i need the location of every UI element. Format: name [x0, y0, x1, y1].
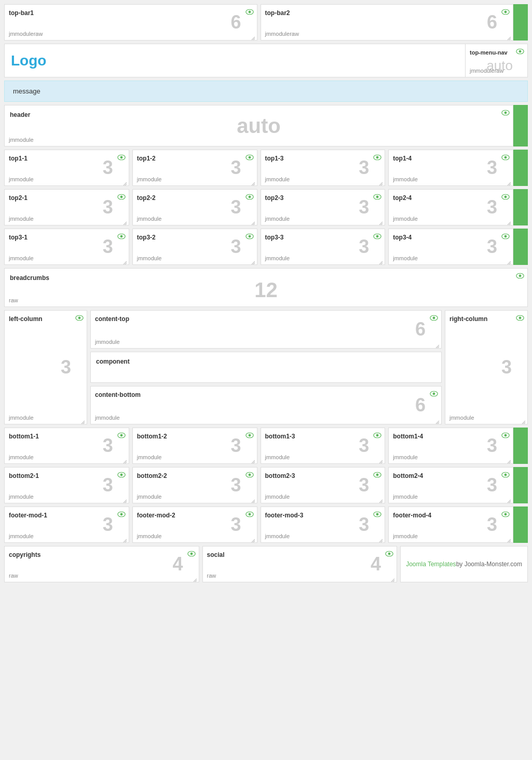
top-bar2-number: 6	[487, 11, 497, 33]
social-number: 4	[371, 553, 381, 575]
logo-area: Logo	[5, 44, 465, 77]
resize-handle[interactable]	[378, 219, 384, 224]
content-top-type: jmmodule	[95, 339, 120, 345]
eye-icon[interactable]	[245, 510, 254, 521]
eye-icon[interactable]	[373, 232, 381, 243]
eye-icon[interactable]	[501, 232, 510, 243]
top1-1-label: top1-1	[9, 155, 28, 162]
resize-handle[interactable]	[507, 497, 512, 502]
bottom2-side-btn[interactable]	[513, 467, 528, 503]
bottom2-1-type: jmmodule	[9, 494, 34, 500]
social-resize[interactable]	[390, 576, 395, 581]
eye-icon[interactable]	[373, 510, 381, 521]
bottom2-1-label: bottom2-1	[9, 472, 39, 479]
breadcrumbs-number: 12	[5, 278, 527, 302]
eye-icon[interactable]	[373, 193, 381, 203]
content-top-resize[interactable]	[435, 342, 440, 347]
eye-icon[interactable]	[117, 471, 126, 481]
resize-handle[interactable]	[378, 179, 384, 184]
copyrights-eye[interactable]	[187, 550, 196, 560]
eye-icon[interactable]	[117, 232, 126, 243]
top-menu-eye[interactable]	[516, 47, 524, 58]
eye-icon[interactable]	[501, 510, 510, 521]
eye-icon[interactable]	[117, 193, 126, 203]
resize-handle[interactable]	[122, 497, 128, 502]
top-bar1-eye[interactable]	[245, 8, 254, 18]
top3-row: top3-13jmmoduletop3-23jmmoduletop3-33jmm…	[4, 229, 513, 265]
top-bar1-resize[interactable]	[251, 34, 256, 39]
content-top-label: content-top	[95, 315, 129, 323]
resize-handle[interactable]	[251, 258, 256, 263]
resize-handle[interactable]	[507, 258, 512, 263]
top3-side-btn[interactable]	[513, 229, 528, 265]
content-bottom-eye[interactable]	[430, 390, 438, 400]
resize-handle[interactable]	[251, 179, 256, 184]
resize-handle[interactable]	[251, 497, 256, 502]
eye-icon[interactable]	[501, 431, 510, 442]
resize-handle[interactable]	[507, 219, 512, 224]
resize-handle[interactable]	[378, 457, 384, 462]
left-column-resize[interactable]	[80, 418, 86, 423]
header-label: header	[10, 111, 30, 118]
footer-mod-3-number: 3	[359, 514, 369, 536]
eye-icon[interactable]	[117, 510, 126, 521]
resize-handle[interactable]	[507, 536, 512, 541]
eye-icon[interactable]	[501, 193, 510, 203]
top-bars-side-btn[interactable]	[513, 4, 528, 41]
resize-handle[interactable]	[507, 179, 512, 184]
header-side-btn[interactable]	[513, 105, 528, 146]
social-label: social	[207, 551, 225, 558]
content-bottom-resize[interactable]	[435, 418, 440, 423]
eye-icon[interactable]	[245, 193, 254, 203]
header-eye[interactable]	[501, 109, 510, 119]
resize-handle[interactable]	[378, 497, 384, 502]
top-bar2-resize[interactable]	[507, 34, 512, 39]
bottom2-inner: bottom2-13jmmodulebottom2-23jmmodulebott…	[4, 467, 513, 503]
top1-side-btn[interactable]	[513, 150, 528, 186]
eye-icon[interactable]	[245, 153, 254, 164]
right-column-resize[interactable]	[521, 418, 526, 423]
eye-icon[interactable]	[501, 471, 510, 481]
header-type: jmmodule	[9, 137, 34, 143]
content-top-eye[interactable]	[430, 314, 438, 324]
resize-handle[interactable]	[251, 536, 256, 541]
eye-icon[interactable]	[245, 471, 254, 481]
bottom1-side-btn[interactable]	[513, 428, 528, 464]
eye-icon[interactable]	[373, 471, 381, 481]
resize-handle[interactable]	[378, 258, 384, 263]
copyrights-resize[interactable]	[193, 576, 198, 581]
resize-handle[interactable]	[251, 457, 256, 462]
resize-handle[interactable]	[122, 179, 128, 184]
footer-mods-side-btn[interactable]	[513, 506, 528, 543]
right-col: right-column 3 jmmodule	[445, 310, 528, 424]
eye-icon[interactable]	[501, 153, 510, 164]
resize-handle[interactable]	[122, 258, 128, 263]
eye-icon[interactable]	[245, 431, 254, 442]
top2-side-btn[interactable]	[513, 189, 528, 225]
right-column-eye[interactable]	[516, 314, 524, 324]
resize-handle[interactable]	[251, 219, 256, 224]
social-eye[interactable]	[385, 550, 393, 560]
resize-handle[interactable]	[122, 219, 128, 224]
eye-icon[interactable]	[117, 431, 126, 442]
eye-icon[interactable]	[373, 153, 381, 164]
bottom-rows-container: bottom1-13jmmodulebottom1-23jmmodulebott…	[4, 428, 528, 503]
resize-handle[interactable]	[378, 536, 384, 541]
eye-icon[interactable]	[373, 431, 381, 442]
footer-mod-3-type: jmmodule	[265, 533, 290, 539]
top3-3-type: jmmodule	[265, 255, 290, 261]
top-bar2-eye[interactable]	[501, 8, 510, 18]
resize-handle[interactable]	[122, 457, 128, 462]
footer-link[interactable]: Joomla Templates	[406, 561, 456, 568]
breadcrumbs-eye[interactable]	[516, 272, 524, 282]
eye-icon[interactable]	[117, 153, 126, 164]
top3-3-box: top3-33jmmodule	[261, 229, 386, 265]
top2-1-type: jmmodule	[9, 216, 34, 222]
resize-handle[interactable]	[507, 457, 512, 462]
left-column-eye[interactable]	[75, 314, 84, 324]
message-label: message	[13, 87, 40, 95]
eye-icon[interactable]	[245, 232, 254, 243]
resize-handle[interactable]	[122, 536, 128, 541]
top1-3-label: top1-3	[265, 155, 284, 162]
footer-mod-4-number: 3	[487, 514, 497, 536]
